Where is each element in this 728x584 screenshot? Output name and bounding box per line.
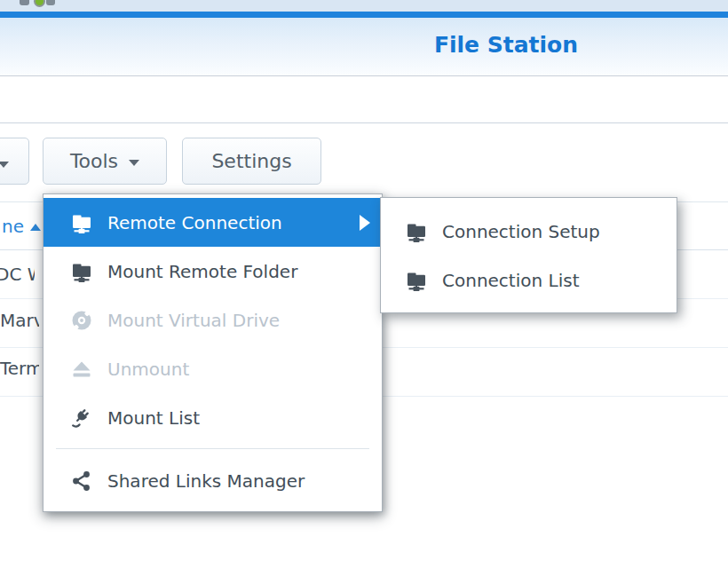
name-column-header[interactable]: ne	[2, 215, 43, 238]
cropped-desktop-icon	[46, 0, 55, 5]
window-accent-bar	[0, 12, 728, 18]
file-name-fragment: DC W	[0, 264, 35, 285]
menu-item-label: Unmount	[107, 359, 189, 380]
eject-icon	[70, 358, 93, 381]
settings-button[interactable]: Settings	[182, 138, 321, 185]
submenu-arrow-icon	[360, 215, 370, 231]
file-name-fragment: Term	[0, 358, 39, 379]
file-name-fragment: Marv	[0, 310, 39, 331]
cropped-desktop-icon	[20, 0, 29, 5]
tools-button-label: Tools	[70, 150, 118, 172]
menu-item-label: Mount Remote Folder	[107, 261, 297, 282]
submenu-item-label: Connection List	[442, 270, 579, 291]
menu-item-unmount: Unmount	[44, 344, 382, 393]
menu-item-label: Mount Virtual Drive	[107, 310, 280, 331]
tools-button[interactable]: Tools	[43, 138, 167, 185]
network-folder-icon	[405, 269, 428, 292]
menu-item-mount-virtual-drive: Mount Virtual Drive	[44, 296, 382, 344]
network-folder-icon	[70, 260, 93, 283]
menu-item-shared-links-manager[interactable]: Shared Links Manager	[44, 456, 382, 505]
clipped-toolbar-button[interactable]	[0, 138, 29, 185]
sort-ascending-icon	[30, 224, 41, 231]
header-divider	[0, 75, 728, 76]
menu-item-remote-connection[interactable]: Remote Connection	[44, 198, 382, 247]
menu-item-mount-list[interactable]: Mount List	[44, 393, 382, 442]
file-station-window: File Station ne DC W Marv Term Tools Set…	[0, 0, 728, 584]
menu-item-label: Remote Connection	[107, 212, 282, 233]
menu-item-label: Shared Links Manager	[107, 470, 305, 492]
submenu-item-connection-setup[interactable]: Connection Setup	[381, 207, 677, 256]
remote-connection-submenu: Connection Setup Connection List	[380, 197, 677, 313]
network-folder-icon	[405, 220, 428, 243]
plug-icon	[70, 406, 93, 430]
disc-icon	[70, 309, 93, 332]
window-header	[0, 18, 728, 75]
chevron-down-icon	[0, 162, 9, 168]
submenu-item-connection-list[interactable]: Connection List	[381, 256, 677, 304]
menu-item-label: Mount List	[107, 407, 200, 429]
menu-item-mount-remote-folder[interactable]: Mount Remote Folder	[44, 247, 382, 296]
share-icon	[70, 470, 93, 493]
table-row[interactable]: Marv	[0, 309, 39, 332]
table-row[interactable]: DC W	[0, 263, 35, 286]
chevron-down-icon	[129, 160, 139, 166]
submenu-item-label: Connection Setup	[442, 221, 600, 242]
page-title: File Station	[434, 32, 578, 58]
menu-separator	[56, 448, 369, 449]
toolbar-divider	[0, 122, 728, 123]
tools-menu: Remote Connection Mount Remote Folder	[43, 193, 383, 512]
desktop-strip	[0, 0, 728, 12]
name-column-header-label: ne	[2, 216, 24, 237]
settings-button-label: Settings	[211, 150, 291, 172]
network-folder-icon	[70, 211, 93, 234]
cropped-status-dot-icon	[36, 0, 44, 5]
table-row[interactable]: Term	[0, 357, 39, 380]
